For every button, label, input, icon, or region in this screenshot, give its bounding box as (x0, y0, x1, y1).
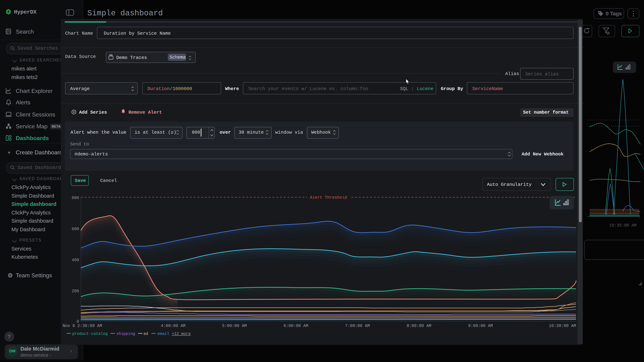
svg-text:6:00:00 AM: 6:00:00 AM (284, 324, 308, 328)
svg-text:200: 200 (72, 289, 79, 294)
svg-text:email: email (158, 332, 169, 336)
svg-text:8:00:00 AM: 8:00:00 AM (406, 324, 431, 328)
svg-text:600: 600 (72, 227, 79, 231)
svg-text:0: 0 (76, 319, 79, 324)
svg-text:shipping: shipping (116, 332, 135, 336)
svg-text:10:30:00 AM: 10:30:00 AM (549, 324, 576, 328)
svg-text:product-catalog: product-catalog (72, 332, 108, 336)
svg-text:4:00:00 AM: 4:00:00 AM (161, 324, 186, 328)
svg-text:9:00:00 AM: 9:00:00 AM (468, 324, 493, 328)
svg-text:+12 more: +12 more (172, 332, 191, 336)
svg-text:Nov 6 2:30:00 AM: Nov 6 2:30:00 AM (62, 324, 102, 328)
svg-text:5:00:00 AM: 5:00:00 AM (222, 324, 247, 328)
svg-text:7:00:00 AM: 7:00:00 AM (345, 324, 370, 328)
svg-text:Alert Threshold: Alert Threshold (310, 196, 347, 200)
svg-text:400: 400 (72, 258, 79, 262)
svg-text:10:35:00 AM: 10:35:00 AM (609, 223, 636, 228)
svg-text:800: 800 (72, 196, 79, 200)
svg-text:ad: ad (144, 332, 148, 336)
